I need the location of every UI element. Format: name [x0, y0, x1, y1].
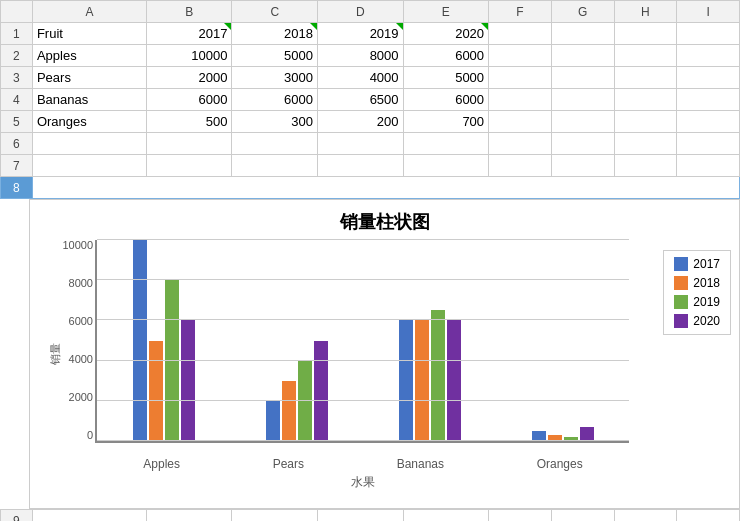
bar-pears-2018: [282, 381, 296, 441]
cell-b2[interactable]: 10000: [146, 45, 232, 67]
cell-e1[interactable]: 2020: [403, 23, 489, 45]
cell-b5[interactable]: 500: [146, 111, 232, 133]
cell-h3[interactable]: [614, 67, 677, 89]
cell-extra-9-8[interactable]: [677, 510, 740, 522]
cell-b7[interactable]: [146, 155, 232, 177]
col-header-a[interactable]: A: [32, 1, 146, 23]
cell-i7[interactable]: [677, 155, 740, 177]
col-header-c[interactable]: C: [232, 1, 318, 23]
bar-group-bananas: [363, 240, 496, 441]
col-header-d[interactable]: D: [318, 1, 404, 23]
remaining-rows: 9101112131415161718192021: [0, 509, 740, 521]
cell-d3[interactable]: 4000: [318, 67, 404, 89]
cell-h7[interactable]: [614, 155, 677, 177]
cell-c6[interactable]: [232, 133, 318, 155]
cell-i3[interactable]: [677, 67, 740, 89]
cell-c4[interactable]: 6000: [232, 89, 318, 111]
bar-bananas-2019: [431, 310, 445, 441]
col-header-e[interactable]: E: [403, 1, 489, 23]
cell-b1[interactable]: 2017: [146, 23, 232, 45]
col-header-f[interactable]: F: [489, 1, 552, 23]
cell-h1[interactable]: [614, 23, 677, 45]
cell-f5[interactable]: [489, 111, 552, 133]
cell-i1[interactable]: [677, 23, 740, 45]
cell-a4[interactable]: Bananas: [32, 89, 146, 111]
cell-g1[interactable]: [551, 23, 614, 45]
cell-c2[interactable]: 5000: [232, 45, 318, 67]
cell-b3[interactable]: 2000: [146, 67, 232, 89]
bar-bananas-2018: [415, 320, 429, 441]
cell-e3[interactable]: 5000: [403, 67, 489, 89]
cell-e7[interactable]: [403, 155, 489, 177]
legend-item-2017: 2017: [674, 257, 720, 271]
cell-e5[interactable]: 700: [403, 111, 489, 133]
cell-i5[interactable]: [677, 111, 740, 133]
cell-extra-9-5[interactable]: [489, 510, 552, 522]
cell-e4[interactable]: 6000: [403, 89, 489, 111]
cell-a5[interactable]: Oranges: [32, 111, 146, 133]
cell-extra-9-0[interactable]: [32, 510, 146, 522]
cell-f3[interactable]: [489, 67, 552, 89]
cell-f4[interactable]: [489, 89, 552, 111]
cell-h6[interactable]: [614, 133, 677, 155]
x-label-bananas: Bananas: [397, 457, 444, 471]
cell-c5[interactable]: 300: [232, 111, 318, 133]
cell-f6[interactable]: [489, 133, 552, 155]
cell-g6[interactable]: [551, 133, 614, 155]
cell-g4[interactable]: [551, 89, 614, 111]
col-header-g[interactable]: G: [551, 1, 614, 23]
row-number: 6: [1, 133, 33, 155]
table-row: 3 Pears 2000 3000 4000 5000: [1, 67, 740, 89]
y-tick-0: 0: [45, 430, 93, 441]
cell-a2[interactable]: Apples: [32, 45, 146, 67]
legend-label-2018: 2018: [693, 276, 720, 290]
cell-a3[interactable]: Pears: [32, 67, 146, 89]
cell-d7[interactable]: [318, 155, 404, 177]
grid-line-40: [97, 360, 629, 361]
col-header-h[interactable]: H: [614, 1, 677, 23]
cell-extra-9-3[interactable]: [318, 510, 404, 522]
cell-b4[interactable]: 6000: [146, 89, 232, 111]
cell-d1[interactable]: 2019: [318, 23, 404, 45]
cell-e2[interactable]: 6000: [403, 45, 489, 67]
cell-h5[interactable]: [614, 111, 677, 133]
cell-f1[interactable]: [489, 23, 552, 45]
y-tick-10000: 10000: [45, 240, 93, 251]
col-header-i[interactable]: I: [677, 1, 740, 23]
cell-f2[interactable]: [489, 45, 552, 67]
cell-a6[interactable]: [32, 133, 146, 155]
cell-h2[interactable]: [614, 45, 677, 67]
cell-i6[interactable]: [677, 133, 740, 155]
cell-c1[interactable]: 2018: [232, 23, 318, 45]
cell-i2[interactable]: [677, 45, 740, 67]
cell-d2[interactable]: 8000: [318, 45, 404, 67]
cell-b6[interactable]: [146, 133, 232, 155]
cell-d5[interactable]: 200: [318, 111, 404, 133]
col-header-b[interactable]: B: [146, 1, 232, 23]
cell-h4[interactable]: [614, 89, 677, 111]
table-row: 9: [1, 510, 740, 522]
cell-extra-9-6[interactable]: [551, 510, 614, 522]
cell-c3[interactable]: 3000: [232, 67, 318, 89]
cell-g7[interactable]: [551, 155, 614, 177]
cell-g3[interactable]: [551, 67, 614, 89]
grid-line-80: [97, 279, 629, 280]
cell-d4[interactable]: 6500: [318, 89, 404, 111]
cell-extra-9-2[interactable]: [232, 510, 318, 522]
cell-g5[interactable]: [551, 111, 614, 133]
cell-i4[interactable]: [677, 89, 740, 111]
cell-c7[interactable]: [232, 155, 318, 177]
cell-extra-9-7[interactable]: [614, 510, 677, 522]
cell-extra-9-1[interactable]: [146, 510, 232, 522]
bar-groups: [97, 240, 629, 441]
cell-g2[interactable]: [551, 45, 614, 67]
cell-a7[interactable]: [32, 155, 146, 177]
cell-f7[interactable]: [489, 155, 552, 177]
cell-d6[interactable]: [318, 133, 404, 155]
cell-e6[interactable]: [403, 133, 489, 155]
cell-a1[interactable]: Fruit: [32, 23, 146, 45]
row-number: 4: [1, 89, 33, 111]
extra-rows-table: 9101112131415161718192021: [0, 509, 740, 521]
cell-extra-9-4[interactable]: [403, 510, 489, 522]
y-tick-labels: 0 2000 4000 6000 8000 10000: [45, 240, 93, 441]
